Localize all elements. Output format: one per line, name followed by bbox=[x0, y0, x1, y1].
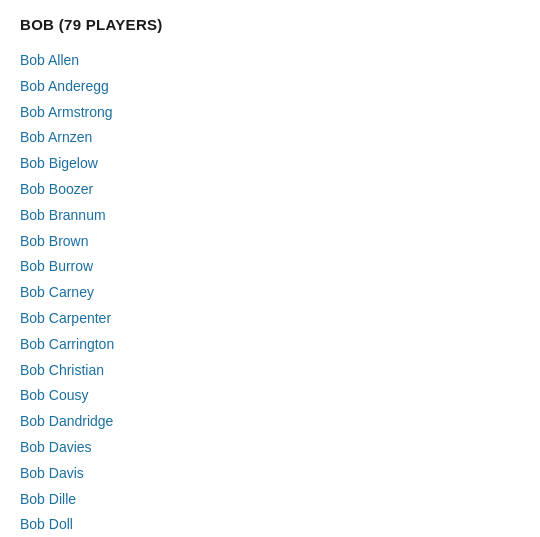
list-item: Bob Carney bbox=[20, 281, 520, 305]
player-link[interactable]: Bob Burrow bbox=[20, 258, 93, 274]
list-item: Bob Burrow bbox=[20, 255, 520, 279]
list-item: Bob Davis bbox=[20, 462, 520, 486]
list-item: Bob Carrington bbox=[20, 333, 520, 357]
player-link[interactable]: Bob Anderegg bbox=[20, 78, 109, 94]
player-link[interactable]: Bob Davis bbox=[20, 465, 84, 481]
player-link[interactable]: Bob Armstrong bbox=[20, 104, 113, 120]
player-link[interactable]: Bob Carney bbox=[20, 284, 94, 300]
list-item: Bob Doll bbox=[20, 513, 520, 537]
player-list: Bob AllenBob AndereggBob ArmstrongBob Ar… bbox=[20, 49, 520, 537]
list-item: Bob Christian bbox=[20, 359, 520, 383]
player-link[interactable]: Bob Dandridge bbox=[20, 413, 113, 429]
player-link[interactable]: Bob Carrington bbox=[20, 336, 114, 352]
list-item: Bob Boozer bbox=[20, 178, 520, 202]
player-link[interactable]: Bob Boozer bbox=[20, 181, 93, 197]
list-item: Bob Bigelow bbox=[20, 152, 520, 176]
player-link[interactable]: Bob Dille bbox=[20, 491, 76, 507]
player-link[interactable]: Bob Carpenter bbox=[20, 310, 111, 326]
player-link[interactable]: Bob Cousy bbox=[20, 387, 88, 403]
list-item: Bob Cousy bbox=[20, 384, 520, 408]
list-item: Bob Anderegg bbox=[20, 75, 520, 99]
player-link[interactable]: Bob Bigelow bbox=[20, 155, 98, 171]
list-item: Bob Allen bbox=[20, 49, 520, 73]
player-link[interactable]: Bob Davies bbox=[20, 439, 92, 455]
list-item: Bob Brown bbox=[20, 230, 520, 254]
list-item: Bob Dille bbox=[20, 488, 520, 512]
player-link[interactable]: Bob Brown bbox=[20, 233, 88, 249]
list-item: Bob Armstrong bbox=[20, 101, 520, 125]
player-link[interactable]: Bob Arnzen bbox=[20, 129, 92, 145]
player-link[interactable]: Bob Brannum bbox=[20, 207, 106, 223]
list-item: Bob Davies bbox=[20, 436, 520, 460]
list-item: Bob Brannum bbox=[20, 204, 520, 228]
list-item: Bob Dandridge bbox=[20, 410, 520, 434]
list-item: Bob Carpenter bbox=[20, 307, 520, 331]
player-link[interactable]: Bob Christian bbox=[20, 362, 104, 378]
page-title: BOB (79 PLAYERS) bbox=[20, 16, 520, 33]
list-item: Bob Arnzen bbox=[20, 126, 520, 150]
player-link[interactable]: Bob Allen bbox=[20, 52, 79, 68]
player-link[interactable]: Bob Doll bbox=[20, 516, 73, 532]
